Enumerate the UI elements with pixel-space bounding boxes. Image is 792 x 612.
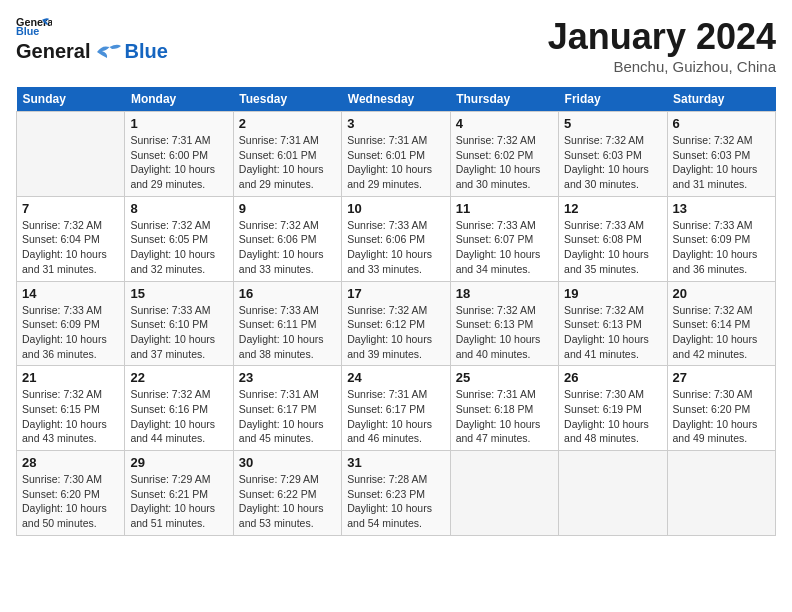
day-number: 15 [130, 286, 227, 301]
day-cell: 15Sunrise: 7:33 AMSunset: 6:10 PMDayligh… [125, 281, 233, 366]
day-cell: 8Sunrise: 7:32 AMSunset: 6:05 PMDaylight… [125, 196, 233, 281]
month-title: January 2024 [548, 16, 776, 58]
day-info: Sunrise: 7:32 AMSunset: 6:03 PMDaylight:… [564, 133, 661, 192]
day-cell: 4Sunrise: 7:32 AMSunset: 6:02 PMDaylight… [450, 112, 558, 197]
day-number: 1 [130, 116, 227, 131]
title-area: January 2024 Benchu, Guizhou, China [548, 16, 776, 75]
day-cell: 1Sunrise: 7:31 AMSunset: 6:00 PMDaylight… [125, 112, 233, 197]
day-info: Sunrise: 7:33 AMSunset: 6:07 PMDaylight:… [456, 218, 553, 277]
day-info: Sunrise: 7:33 AMSunset: 6:11 PMDaylight:… [239, 303, 336, 362]
day-info: Sunrise: 7:33 AMSunset: 6:06 PMDaylight:… [347, 218, 444, 277]
day-cell: 22Sunrise: 7:32 AMSunset: 6:16 PMDayligh… [125, 366, 233, 451]
logo: General Blue General Blue [16, 16, 168, 63]
week-row-5: 28Sunrise: 7:30 AMSunset: 6:20 PMDayligh… [17, 451, 776, 536]
day-cell [17, 112, 125, 197]
day-cell: 9Sunrise: 7:32 AMSunset: 6:06 PMDaylight… [233, 196, 341, 281]
day-number: 23 [239, 370, 336, 385]
day-cell [559, 451, 667, 536]
day-info: Sunrise: 7:31 AMSunset: 6:01 PMDaylight:… [347, 133, 444, 192]
weekday-header-thursday: Thursday [450, 87, 558, 112]
day-number: 4 [456, 116, 553, 131]
day-number: 10 [347, 201, 444, 216]
day-info: Sunrise: 7:30 AMSunset: 6:19 PMDaylight:… [564, 387, 661, 446]
day-cell: 27Sunrise: 7:30 AMSunset: 6:20 PMDayligh… [667, 366, 775, 451]
week-row-2: 7Sunrise: 7:32 AMSunset: 6:04 PMDaylight… [17, 196, 776, 281]
day-info: Sunrise: 7:32 AMSunset: 6:03 PMDaylight:… [673, 133, 770, 192]
day-info: Sunrise: 7:32 AMSunset: 6:13 PMDaylight:… [564, 303, 661, 362]
day-number: 16 [239, 286, 336, 301]
day-cell: 16Sunrise: 7:33 AMSunset: 6:11 PMDayligh… [233, 281, 341, 366]
day-number: 11 [456, 201, 553, 216]
day-number: 21 [22, 370, 119, 385]
weekday-header-friday: Friday [559, 87, 667, 112]
day-number: 13 [673, 201, 770, 216]
day-cell: 19Sunrise: 7:32 AMSunset: 6:13 PMDayligh… [559, 281, 667, 366]
day-info: Sunrise: 7:32 AMSunset: 6:16 PMDaylight:… [130, 387, 227, 446]
day-info: Sunrise: 7:31 AMSunset: 6:01 PMDaylight:… [239, 133, 336, 192]
day-cell: 28Sunrise: 7:30 AMSunset: 6:20 PMDayligh… [17, 451, 125, 536]
header: General Blue General Blue January 2024 B… [16, 16, 776, 75]
day-info: Sunrise: 7:32 AMSunset: 6:14 PMDaylight:… [673, 303, 770, 362]
day-info: Sunrise: 7:33 AMSunset: 6:08 PMDaylight:… [564, 218, 661, 277]
day-number: 6 [673, 116, 770, 131]
weekday-header-tuesday: Tuesday [233, 87, 341, 112]
week-row-3: 14Sunrise: 7:33 AMSunset: 6:09 PMDayligh… [17, 281, 776, 366]
day-cell: 11Sunrise: 7:33 AMSunset: 6:07 PMDayligh… [450, 196, 558, 281]
day-number: 30 [239, 455, 336, 470]
day-cell: 18Sunrise: 7:32 AMSunset: 6:13 PMDayligh… [450, 281, 558, 366]
day-number: 5 [564, 116, 661, 131]
day-number: 9 [239, 201, 336, 216]
day-info: Sunrise: 7:31 AMSunset: 6:17 PMDaylight:… [239, 387, 336, 446]
day-number: 7 [22, 201, 119, 216]
day-number: 8 [130, 201, 227, 216]
day-cell: 23Sunrise: 7:31 AMSunset: 6:17 PMDayligh… [233, 366, 341, 451]
logo-icon: General Blue [16, 16, 52, 38]
day-number: 28 [22, 455, 119, 470]
day-info: Sunrise: 7:29 AMSunset: 6:21 PMDaylight:… [130, 472, 227, 531]
week-row-4: 21Sunrise: 7:32 AMSunset: 6:15 PMDayligh… [17, 366, 776, 451]
day-info: Sunrise: 7:29 AMSunset: 6:22 PMDaylight:… [239, 472, 336, 531]
day-cell: 20Sunrise: 7:32 AMSunset: 6:14 PMDayligh… [667, 281, 775, 366]
day-info: Sunrise: 7:32 AMSunset: 6:04 PMDaylight:… [22, 218, 119, 277]
day-info: Sunrise: 7:31 AMSunset: 6:17 PMDaylight:… [347, 387, 444, 446]
day-cell [667, 451, 775, 536]
day-number: 31 [347, 455, 444, 470]
day-info: Sunrise: 7:33 AMSunset: 6:10 PMDaylight:… [130, 303, 227, 362]
day-cell: 24Sunrise: 7:31 AMSunset: 6:17 PMDayligh… [342, 366, 450, 451]
weekday-header-monday: Monday [125, 87, 233, 112]
day-info: Sunrise: 7:32 AMSunset: 6:05 PMDaylight:… [130, 218, 227, 277]
day-number: 14 [22, 286, 119, 301]
calendar-header: SundayMondayTuesdayWednesdayThursdayFrid… [17, 87, 776, 112]
day-cell: 2Sunrise: 7:31 AMSunset: 6:01 PMDaylight… [233, 112, 341, 197]
day-number: 29 [130, 455, 227, 470]
day-info: Sunrise: 7:31 AMSunset: 6:00 PMDaylight:… [130, 133, 227, 192]
day-cell: 10Sunrise: 7:33 AMSunset: 6:06 PMDayligh… [342, 196, 450, 281]
day-number: 17 [347, 286, 444, 301]
day-number: 26 [564, 370, 661, 385]
day-cell: 31Sunrise: 7:28 AMSunset: 6:23 PMDayligh… [342, 451, 450, 536]
day-number: 3 [347, 116, 444, 131]
logo-blue: Blue [124, 40, 167, 63]
day-cell: 30Sunrise: 7:29 AMSunset: 6:22 PMDayligh… [233, 451, 341, 536]
day-cell: 17Sunrise: 7:32 AMSunset: 6:12 PMDayligh… [342, 281, 450, 366]
day-info: Sunrise: 7:32 AMSunset: 6:12 PMDaylight:… [347, 303, 444, 362]
day-info: Sunrise: 7:30 AMSunset: 6:20 PMDaylight:… [22, 472, 119, 531]
day-cell: 21Sunrise: 7:32 AMSunset: 6:15 PMDayligh… [17, 366, 125, 451]
day-number: 19 [564, 286, 661, 301]
day-number: 2 [239, 116, 336, 131]
day-cell: 25Sunrise: 7:31 AMSunset: 6:18 PMDayligh… [450, 366, 558, 451]
week-row-1: 1Sunrise: 7:31 AMSunset: 6:00 PMDaylight… [17, 112, 776, 197]
calendar-table: SundayMondayTuesdayWednesdayThursdayFrid… [16, 87, 776, 536]
day-info: Sunrise: 7:32 AMSunset: 6:02 PMDaylight:… [456, 133, 553, 192]
day-info: Sunrise: 7:32 AMSunset: 6:15 PMDaylight:… [22, 387, 119, 446]
day-number: 25 [456, 370, 553, 385]
day-info: Sunrise: 7:33 AMSunset: 6:09 PMDaylight:… [22, 303, 119, 362]
weekday-header-sunday: Sunday [17, 87, 125, 112]
weekday-header-saturday: Saturday [667, 87, 775, 112]
day-cell: 6Sunrise: 7:32 AMSunset: 6:03 PMDaylight… [667, 112, 775, 197]
day-number: 12 [564, 201, 661, 216]
day-number: 20 [673, 286, 770, 301]
day-info: Sunrise: 7:32 AMSunset: 6:06 PMDaylight:… [239, 218, 336, 277]
day-info: Sunrise: 7:33 AMSunset: 6:09 PMDaylight:… [673, 218, 770, 277]
logo-general: General [16, 40, 90, 63]
